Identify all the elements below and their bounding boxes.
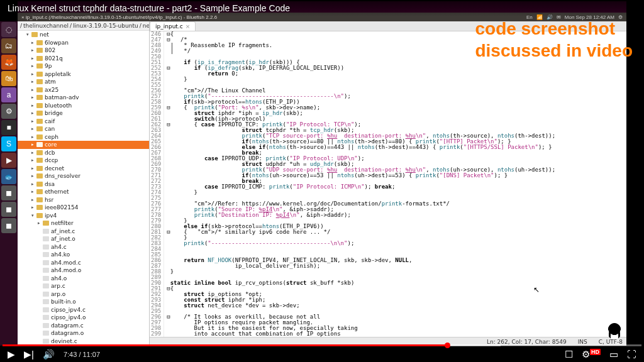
- file-item[interactable]: ah4.ko: [18, 251, 149, 259]
- folder-item[interactable]: ▸9p: [18, 62, 149, 70]
- files-icon[interactable]: 🗂: [1, 38, 16, 53]
- bluefish-editor: / thelinuxchannel/ linux-3.19.0-15-ubunt…: [18, 21, 626, 346]
- settings-icon[interactable]: ⚙: [1, 104, 16, 119]
- unity-launcher[interactable]: ◌ 🗂 🦊 🛍 a ⚙ ■ S ▶ 🐟 ◼ ◼ ◼: [0, 21, 18, 346]
- settings-gear-icon[interactable]: ⚙HD: [582, 349, 601, 360]
- file-item[interactable]: af_inet.c: [18, 228, 149, 236]
- file-browser-pane[interactable]: / thelinuxchannel/ linux-3.19.0-15-ubunt…: [18, 21, 150, 346]
- file-item[interactable]: datagram.c: [18, 322, 149, 330]
- app-icon[interactable]: ◼: [1, 185, 16, 200]
- folder-item[interactable]: ▸bridge: [18, 109, 149, 118]
- folder-item[interactable]: ▸802: [18, 47, 149, 55]
- terminal-icon[interactable]: ■: [1, 120, 16, 135]
- subtitles-button[interactable]: ☐: [565, 349, 573, 360]
- folder-item[interactable]: ▸netfilter: [18, 219, 149, 228]
- firefox-icon[interactable]: 🦊: [1, 55, 16, 70]
- software-icon[interactable]: 🛍: [1, 71, 16, 86]
- folder-item[interactable]: ▾net: [18, 31, 149, 39]
- folder-item[interactable]: ▸hsr: [18, 196, 149, 204]
- source-text[interactable]: ⊟{⊟ /* | * Reassemble IP fragments. | */…: [164, 31, 626, 337]
- tux-watermark: [608, 323, 621, 339]
- file-item[interactable]: cipso_ipv4.o: [18, 314, 149, 322]
- video-player-controls[interactable]: ▶ ▶| 🔊 7:43 / 11:07 ☐ ⚙HD ▭ ⛶: [0, 344, 644, 362]
- bluefish-icon[interactable]: 🐟: [1, 169, 16, 184]
- file-item[interactable]: datagram.o: [18, 329, 149, 337]
- amazon-icon[interactable]: a: [1, 87, 16, 102]
- folder-item[interactable]: ▸dcb: [18, 149, 149, 157]
- video-title: Linux Kernel struct tcphdr data-structur…: [8, 3, 290, 13]
- fullscreen-button[interactable]: ⛶: [627, 349, 636, 359]
- line-gutter: 2462472482492502512522532542552562572582…: [150, 31, 164, 337]
- folder-item[interactable]: ▸caif: [18, 118, 149, 126]
- file-item[interactable]: ah4.c: [18, 243, 149, 251]
- folder-item[interactable]: ▾ipv4: [18, 212, 149, 220]
- file-item[interactable]: ah4.mod.c: [18, 259, 149, 267]
- next-button[interactable]: ▶|: [24, 349, 34, 360]
- folder-item[interactable]: ▸core: [18, 141, 149, 149]
- folder-item[interactable]: ▸dccp: [18, 156, 149, 165]
- file-item[interactable]: built-in.o: [18, 298, 149, 306]
- mouse-cursor-icon: ↖: [533, 285, 540, 294]
- file-item[interactable]: af_inet.o: [18, 235, 149, 243]
- folder-item[interactable]: ▸decnet: [18, 165, 149, 173]
- dash-icon[interactable]: ◌: [1, 22, 16, 37]
- folder-item[interactable]: ▸ethernet: [18, 188, 149, 196]
- folder-item[interactable]: ▸ax25: [18, 86, 149, 94]
- status-encoding: C, UTF-8: [599, 339, 623, 345]
- folder-item[interactable]: ▸batman-adv: [18, 94, 149, 102]
- close-icon[interactable]: ×: [186, 23, 191, 30]
- code-viewport[interactable]: 2462472482492502512522532542552562572582…: [150, 31, 626, 337]
- folder-item[interactable]: ▸6lowpan: [18, 39, 149, 47]
- file-item[interactable]: cipso_ipv4.c: [18, 306, 149, 314]
- file-item[interactable]: arp.o: [18, 290, 149, 299]
- file-item[interactable]: ah4.o: [18, 275, 149, 283]
- time-display: 7:43 / 11:07: [64, 351, 100, 358]
- status-position: Ln: 262, Col: 17, Char: 8549: [487, 339, 567, 345]
- folder-item[interactable]: ▸dns_resolver: [18, 172, 149, 180]
- overlay-annotation: code screenshot discussed in video: [475, 18, 633, 62]
- folder-item[interactable]: ▸bluetooth: [18, 102, 149, 110]
- folder-item[interactable]: ▸dsa: [18, 180, 149, 189]
- file-item[interactable]: arp.c: [18, 282, 149, 290]
- breadcrumb[interactable]: / thelinuxchannel/ linux-3.19.0-15-ubunt…: [18, 21, 149, 31]
- folder-item[interactable]: ▸8021q: [18, 55, 149, 63]
- tab-ip-input[interactable]: ip_input.c ×: [150, 21, 196, 31]
- file-item[interactable]: ah4.mod.o: [18, 266, 149, 275]
- status-mode: INS: [578, 339, 587, 345]
- folder-item[interactable]: ▸atm: [18, 78, 149, 86]
- volume-icon[interactable]: 🔊: [43, 349, 55, 360]
- app-icon[interactable]: ◼: [1, 218, 16, 233]
- app-icon[interactable]: ◼: [1, 202, 16, 217]
- folder-item[interactable]: ▸can: [18, 125, 149, 133]
- folder-item[interactable]: ▸ceph: [18, 133, 149, 141]
- progress-bar[interactable]: [3, 344, 641, 346]
- play-button[interactable]: ▶: [8, 349, 15, 360]
- video-icon[interactable]: ▶: [1, 153, 16, 168]
- file-tree[interactable]: ▾net▸6lowpan▸802▸8021q▸9p▸appletalk▸atm▸…: [18, 31, 149, 346]
- folder-item[interactable]: ▸appletalk: [18, 70, 149, 79]
- theater-button[interactable]: ▭: [609, 349, 618, 360]
- tab-label: ip_input.c: [155, 23, 183, 30]
- breadcrumb-root[interactable]: /: [20, 23, 22, 29]
- skype-icon[interactable]: S: [1, 136, 16, 151]
- folder-item[interactable]: ▸ieee802154: [18, 204, 149, 212]
